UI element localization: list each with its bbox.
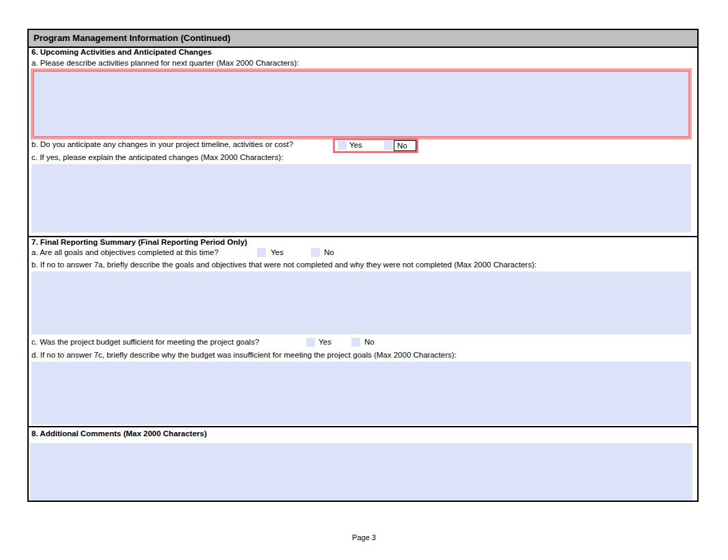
checkbox-7c-no[interactable] [351, 338, 360, 347]
checkbox-7a-no-label: No [324, 248, 334, 257]
checkbox-6b-yes[interactable] [338, 141, 347, 150]
section7-question-c: c. Was the project budget sufficient for… [31, 337, 259, 347]
section7-title: 7. Final Reporting Summary (Final Report… [31, 237, 247, 247]
form-page: Program Management Information (Continue… [27, 29, 699, 502]
checkbox-7c-yes[interactable] [306, 338, 315, 347]
page-number: Page 3 [0, 533, 728, 542]
section-header-bar: Program Management Information (Continue… [29, 30, 697, 48]
checkbox-6b-no-label: No [394, 141, 416, 150]
section7-question-a: a. Are all goals and objectives complete… [31, 248, 219, 257]
field-anticipated-changes[interactable] [31, 164, 691, 232]
checkbox-6b-no[interactable] [384, 141, 393, 150]
highlight-box-6b-yes-no: Yes No [333, 138, 418, 153]
section7-question-d: d. If no to answer 7c, briefly describe … [31, 350, 457, 360]
section6-question-b: b. Do you anticipate any changes in your… [31, 139, 293, 149]
section6-question-c: c. If yes, please explain the anticipate… [31, 152, 283, 162]
checkbox-7c-yes-label: Yes [319, 337, 332, 347]
highlight-box-6a [31, 68, 692, 139]
field-additional-comments[interactable] [30, 443, 692, 501]
field-budget-insufficient-reason[interactable] [31, 362, 691, 425]
section8-title: 8. Additional Comments (Max 2000 Charact… [31, 429, 206, 438]
section-divider [29, 426, 697, 427]
section6-question-a: a. Please describe activities planned fo… [31, 58, 299, 68]
checkbox-6b-yes-label: Yes [349, 140, 362, 150]
section6-title: 6. Upcoming Activities and Anticipated C… [31, 47, 212, 57]
section-header-title: Program Management Information (Continue… [33, 33, 230, 43]
checkbox-7c-no-label: No [364, 337, 375, 347]
field-next-quarter-activities[interactable] [33, 70, 690, 137]
field-goals-not-completed[interactable] [31, 271, 691, 334]
checkbox-7a-no[interactable] [311, 248, 320, 257]
checkbox-7a-yes[interactable] [257, 248, 266, 257]
checkbox-6b-no-frame: No [394, 140, 416, 151]
checkbox-7a-yes-label: Yes [271, 248, 284, 257]
section7-question-b: b. If no to answer 7a, briefly describe … [31, 260, 537, 269]
